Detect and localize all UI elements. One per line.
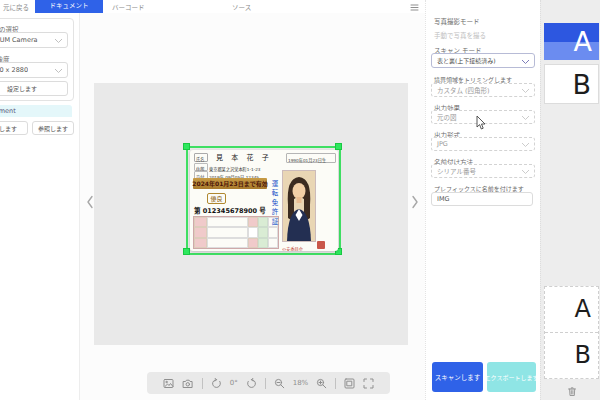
naming-method-value: シリアル番号 [432, 166, 476, 176]
resolution-select-value: 5120 x 2880 [0, 66, 28, 74]
license-category-table [193, 216, 279, 249]
output-format-value: JPG [432, 140, 448, 148]
trim-select[interactable]: カスタム (四角形) [431, 83, 535, 97]
document-section-header: Document [0, 105, 72, 117]
previous-page-arrow[interactable] [86, 195, 94, 209]
valid-until-text: 2024年01月23日まで有効 [192, 179, 267, 188]
license-title-vertical: 運転免許証 [269, 180, 279, 228]
holder-name: 見 本 花 子 [216, 152, 272, 162]
thumbnail-page-b[interactable]: B [544, 64, 599, 104]
naming-method-select[interactable]: シリアル番号 [431, 164, 535, 178]
chevron-down-icon [54, 67, 63, 74]
authority-seal-icon [317, 241, 325, 249]
zoom-in-icon[interactable] [316, 378, 327, 389]
camera-select[interactable]: MEDIUM Camera [0, 32, 68, 48]
tab-source[interactable]: ソース [232, 2, 251, 12]
prefix-input[interactable] [431, 192, 533, 206]
tab-barcode[interactable]: バーコード [112, 2, 145, 12]
rotate-right-icon[interactable] [246, 378, 257, 389]
right-settings-panel: 写真撮影モード 手動で写真を撮る スキャン モード 表と裏(上下接続済み) 境界… [425, 0, 540, 400]
scanner-app-window: 元に戻る ドキュメント バーコード ソース 入力の選択 MEDIUM Camer… [0, 0, 600, 400]
authority-name: 公安委員会 [282, 246, 303, 251]
chevron-down-icon [521, 58, 530, 65]
browse-button[interactable]: 参照します [32, 121, 74, 135]
document-section-title: Document [0, 107, 16, 115]
left-settings-panel: 入力の選択 MEDIUM Camera 解像度 5120 x 2880 設定しま… [0, 13, 80, 400]
chevron-down-icon [521, 87, 530, 94]
menu-icon[interactable] [410, 3, 419, 11]
rotation-angle-value: 0° [230, 379, 238, 387]
output-format-select[interactable]: JPG [431, 137, 535, 151]
grade-badge-label: 優良 [210, 194, 222, 203]
scan-button[interactable]: スキャンします [432, 362, 483, 392]
selection-handle-bottom-left[interactable] [183, 248, 190, 255]
chevron-down-icon [521, 114, 530, 121]
tab-document[interactable]: ドキュメント [35, 0, 103, 13]
birth-date-box: 1990年01月23日生 [286, 153, 336, 163]
toolbar-divider [202, 378, 203, 389]
thumbnail-b-label: B [572, 69, 591, 100]
trim-value: カスタム (四角形) [432, 85, 490, 95]
apply-button[interactable]: 適用します [0, 121, 28, 135]
name-label: 氏名 [196, 156, 204, 162]
manual-photo-option[interactable]: 手動で写真を撮る [434, 30, 486, 40]
zoom-out-icon[interactable] [274, 378, 285, 389]
output-effect-value: 元の図 [432, 112, 457, 122]
back-button[interactable]: 元に戻る [3, 2, 29, 12]
holder-address: 東京都某之沢栄本町1-1-23 [209, 166, 261, 172]
holder-portrait [282, 170, 316, 242]
merged-top-label: A [575, 295, 591, 323]
selection-handle-top-left[interactable] [183, 143, 190, 150]
scan-mode-value: 表と裏(上下接続済み) [432, 56, 496, 65]
validity-band: 2024年01月23日まで有効 [193, 178, 267, 189]
toolbar-divider [335, 378, 336, 389]
image-icon[interactable] [163, 378, 174, 389]
name-label-box: 氏名 [194, 153, 208, 162]
export-button[interactable]: エクスポートします [487, 362, 536, 392]
photo-mode-label: 写真撮影モード [434, 16, 480, 26]
crop-icon[interactable] [363, 378, 374, 389]
toolbar-divider [265, 378, 266, 389]
license-number: 第 012345678900 号 [194, 205, 266, 215]
grade-badge: 優良 [207, 193, 226, 204]
chevron-down-icon [54, 37, 63, 44]
chevron-down-icon [521, 141, 530, 148]
thumbnail-strip: A B A B [540, 0, 600, 400]
set-button[interactable]: 設定します [0, 81, 68, 96]
license-card: 氏名 見 本 花 子 1990年01月23日生 住所 東京都某之沢栄本町1-1-… [190, 150, 338, 251]
resolution-select[interactable]: 5120 x 2880 [0, 62, 68, 78]
scan-canvas: 氏名 見 本 花 子 1990年01月23日生 住所 東京都某之沢栄本町1-1-… [80, 13, 425, 400]
scan-mode-select[interactable]: 表と裏(上下接続済み) [431, 53, 535, 68]
rotate-left-icon[interactable] [211, 378, 222, 389]
portrait-illustration [283, 171, 315, 241]
mouse-cursor [476, 116, 486, 130]
delete-page-button[interactable] [567, 386, 577, 397]
next-page-arrow[interactable] [411, 195, 419, 209]
merged-result-thumbnail[interactable]: A B [544, 286, 599, 379]
zoom-percent-value: 18% [293, 379, 309, 387]
chevron-down-icon [521, 168, 530, 175]
address-label-box: 住所 [194, 163, 208, 171]
camera-select-value: MEDIUM Camera [0, 36, 38, 44]
fit-to-window-icon[interactable] [344, 378, 355, 389]
camera-icon[interactable] [182, 378, 194, 389]
merged-bottom-label: B [575, 341, 591, 369]
tab-document-label: ドキュメント [50, 0, 89, 10]
canvas-toolbar: 0° 18% [147, 372, 390, 394]
thumbnail-a-label: A [574, 26, 592, 57]
thumbnail-page-a[interactable]: A [544, 23, 599, 60]
birth-date: 1990年01月23日生 [288, 157, 326, 163]
selection-handle-top-right[interactable] [335, 143, 342, 150]
